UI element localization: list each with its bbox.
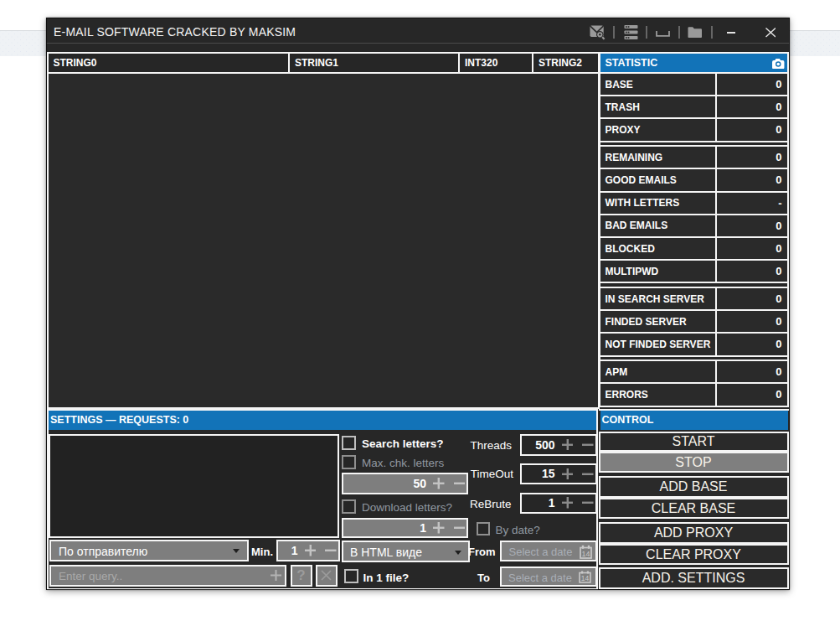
- svg-text:14: 14: [581, 550, 590, 558]
- svg-text:14: 14: [581, 574, 590, 582]
